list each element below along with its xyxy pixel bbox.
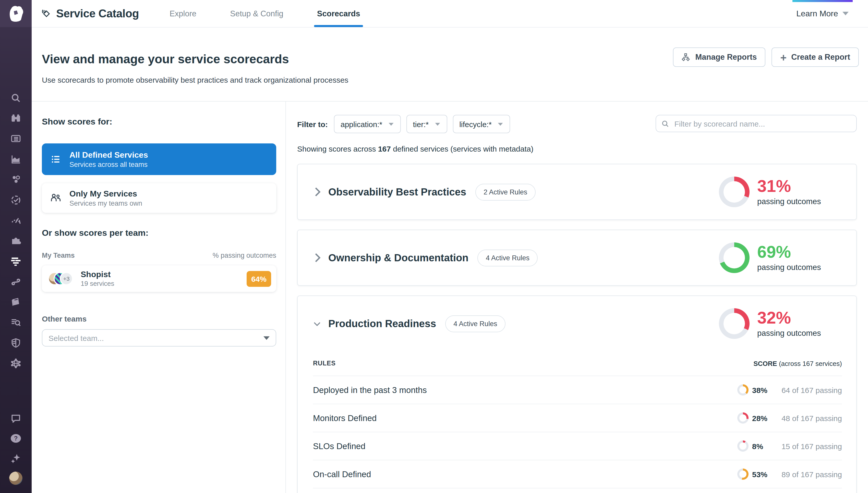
option-title: Only My Services (69, 189, 142, 198)
filter-application[interactable]: application:* (334, 115, 401, 133)
my-teams-label: My Teams (42, 252, 75, 259)
scorecard-header[interactable]: Production Readiness 4 Active Rules 32% … (298, 296, 856, 351)
page-title: View and manage your service scorecards (42, 52, 289, 66)
datadog-dog-icon (7, 4, 24, 23)
user-avatar[interactable] (9, 472, 22, 485)
passing-outcomes-label: passing outcomes (757, 197, 844, 206)
option-subtitle: Services across all teams (69, 160, 148, 168)
rule-row-slos[interactable]: SLOs Defined 8% 15 of 167 passing (313, 432, 842, 460)
active-rules-badge: 4 Active Rules (445, 315, 505, 332)
list-icon (49, 154, 62, 165)
rule-score-donut (737, 441, 748, 452)
logs-book-icon[interactable] (9, 296, 22, 309)
per-team-heading: Or show scores per team: (42, 228, 285, 238)
learn-more-gradient-bar (792, 0, 853, 2)
manage-reports-label: Manage Reports (695, 52, 757, 62)
apm-gauge-icon[interactable] (9, 214, 22, 227)
score-percent: 32% (757, 309, 844, 327)
rule-percent: 28% (752, 414, 775, 422)
service-catalog-icon (41, 8, 52, 19)
passing-outcomes-label: passing outcomes (757, 329, 844, 338)
rule-percent: 38% (752, 386, 775, 394)
create-report-button[interactable]: + Create a Report (772, 47, 859, 67)
tab-setup-config[interactable]: Setup & Config (230, 0, 283, 27)
filter-bar: Filter to: application:* tier:* lifecycl… (297, 115, 516, 133)
option-subtitle: Services my teams own (69, 199, 142, 207)
monitors-radar-icon[interactable] (9, 193, 22, 207)
score-donut (719, 177, 749, 207)
watchdog-binoculars-icon[interactable] (9, 112, 22, 125)
scorecard-header[interactable]: Observability Best Practices 2 Active Ru… (298, 164, 856, 219)
scorecard-header[interactable]: Ownership & Documentation 4 Active Rules… (298, 230, 856, 285)
search-icon[interactable] (9, 91, 22, 105)
score-percent: 69% (757, 243, 844, 261)
search-input[interactable] (673, 119, 851, 128)
app-title-label: Service Catalog (56, 7, 139, 20)
scorecard-title: Ownership & Documentation (328, 252, 468, 263)
log-explorer-icon[interactable] (9, 316, 22, 329)
app-window: ? Service Catalog Explore Setup & Config… (0, 0, 868, 493)
metrics-chart-icon[interactable] (9, 153, 22, 166)
scorecard-production-readiness: Production Readiness 4 Active Rules 32% … (297, 296, 857, 493)
learn-more-button[interactable]: Learn More (792, 0, 853, 27)
top-bar: Service Catalog Explore Setup & Config S… (31, 0, 868, 27)
option-all-defined-services[interactable]: All Defined Services Services across all… (42, 144, 276, 175)
rule-fraction: 48 of 167 passing (775, 414, 842, 422)
chevron-right-icon[interactable] (313, 252, 321, 263)
left-icon-rail: ? (0, 0, 31, 493)
score-donut (719, 242, 749, 273)
rule-row-monitors[interactable]: Monitors Defined 28% 48 of 167 passing (313, 404, 842, 432)
scorecard-score: 32% passing outcomes (719, 296, 844, 351)
service-map-icon[interactable] (9, 275, 22, 288)
chevron-down-icon (498, 123, 503, 125)
dashboards-icon[interactable] (9, 132, 22, 146)
tab-explore[interactable]: Explore (170, 0, 196, 27)
assistant-sparkle-icon[interactable] (9, 452, 22, 465)
team-avatars: +3 (48, 272, 77, 286)
rules-column-header: RULES (313, 360, 336, 367)
tab-scorecards[interactable]: Scorecards (317, 0, 360, 27)
team-select-placeholder: Selected team... (48, 334, 104, 342)
people-icon (49, 192, 62, 203)
option-only-my-services[interactable]: Only My Services Services my teams own (42, 183, 276, 213)
security-shield-icon[interactable] (9, 336, 22, 349)
rule-score-donut (737, 384, 748, 395)
workflow-icon (681, 52, 691, 62)
active-rules-badge: 4 Active Rules (478, 249, 538, 266)
scorecard-search[interactable] (656, 115, 857, 132)
active-rules-badge: 2 Active Rules (475, 184, 535, 200)
scorecard-score: 69% passing outcomes (719, 230, 844, 285)
datadog-logo[interactable] (0, 0, 31, 27)
filter-tier[interactable]: tier:* (406, 115, 447, 133)
rule-row-oncall[interactable]: On-call Defined 53% 89 of 167 passing (313, 460, 842, 488)
chevron-down-icon[interactable] (313, 320, 321, 327)
plus-icon: + (780, 52, 787, 63)
rule-row-deployed[interactable]: Deployed in the past 3 months 38% 64 of … (313, 376, 842, 404)
manage-reports-button[interactable]: Manage Reports (673, 47, 765, 67)
chevron-down-icon (843, 12, 849, 15)
service-catalog-active-icon[interactable] (9, 255, 22, 268)
help-icon[interactable]: ? (9, 432, 22, 445)
rule-score-donut (737, 412, 748, 424)
option-title: All Defined Services (69, 150, 148, 159)
score-column-header: SCORE (across 167 services) (754, 360, 842, 367)
rule-name: SLOs Defined (313, 441, 365, 451)
integrations-puzzle-icon[interactable] (9, 234, 22, 248)
scores-filter-panel: Show scores for: All Defined Services Se… (31, 102, 286, 493)
network-globe-icon[interactable] (9, 357, 22, 370)
team-row-shopist[interactable]: +3 Shopist 19 services 64% (42, 265, 276, 292)
rule-row-partial (313, 488, 842, 493)
team-score-badge: 64% (247, 271, 271, 286)
rule-percent: 53% (752, 470, 775, 478)
chevron-right-icon[interactable] (313, 186, 321, 197)
extra-members-badge: +3 (60, 272, 73, 285)
scorecard-ownership-documentation: Ownership & Documentation 4 Active Rules… (297, 230, 857, 286)
infrastructure-hostmap-icon[interactable] (9, 173, 22, 186)
other-team-select[interactable]: Selected team... (42, 329, 276, 346)
chat-feedback-icon[interactable] (9, 412, 22, 425)
rule-name: Monitors Defined (313, 413, 377, 423)
chevron-down-icon (435, 123, 440, 125)
filter-lifecycle[interactable]: lifecycle:* (453, 115, 510, 133)
other-teams-label: Other teams (42, 314, 285, 323)
services-summary: Showing scores across 167 defined servic… (297, 145, 533, 153)
